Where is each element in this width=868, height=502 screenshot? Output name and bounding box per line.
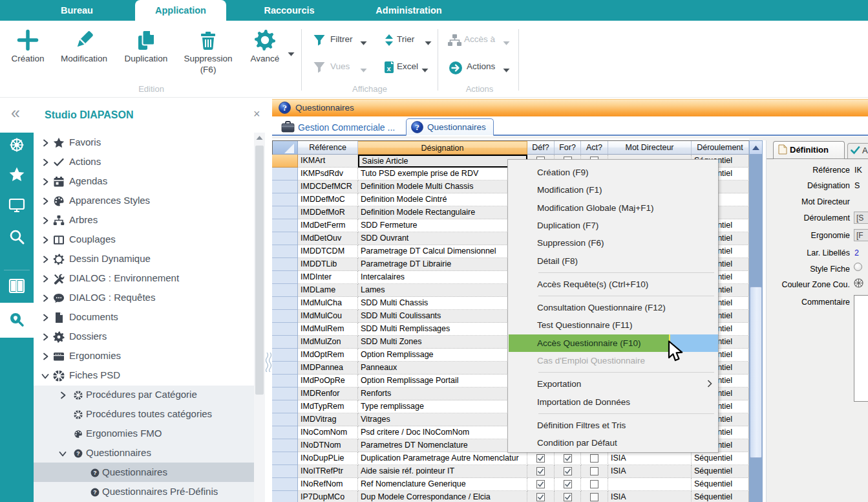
svg-text:?: ? [282, 103, 287, 113]
svg-text:x: x [386, 65, 391, 72]
svg-text:?: ? [93, 489, 96, 496]
svg-text:?: ? [415, 122, 419, 132]
svg-text:?: ? [76, 450, 79, 457]
svg-text:?: ? [93, 470, 96, 476]
